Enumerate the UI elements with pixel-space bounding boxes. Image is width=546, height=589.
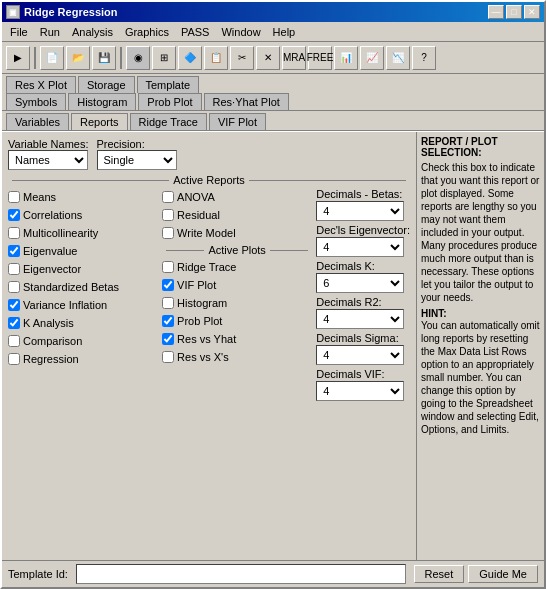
cb-correlations-label: Correlations [23, 209, 82, 221]
cb-vif-plot-input[interactable] [162, 279, 174, 291]
tab-row-1: Res X Plot Storage Template [2, 74, 544, 93]
dec-eigenvector-select[interactable]: 4012356 [316, 237, 404, 257]
menu-run[interactable]: Run [34, 24, 66, 40]
reset-button[interactable]: Reset [414, 565, 465, 583]
tb-btn-9[interactable]: 📊 [334, 46, 358, 70]
tb-btn-7[interactable]: MRA [282, 46, 306, 70]
menu-analysis[interactable]: Analysis [66, 24, 119, 40]
tb-btn-6[interactable]: ✕ [256, 46, 280, 70]
guide-me-button[interactable]: Guide Me [468, 565, 538, 583]
tab-symbols[interactable]: Symbols [6, 93, 66, 110]
cb-write-model: Write Model [162, 224, 312, 242]
dec-k-select[interactable]: 6012345 [316, 273, 404, 293]
tb-btn-5[interactable]: ✂ [230, 46, 254, 70]
dec-vif-select[interactable]: 4012356 [316, 381, 404, 401]
active-plots-header: Active Plots [162, 244, 312, 256]
tab-prob-plot[interactable]: Prob Plot [138, 93, 201, 110]
dec-r2-select[interactable]: 4012356 [316, 309, 404, 329]
maximize-button[interactable]: □ [506, 5, 522, 19]
tab-res-x-plot[interactable]: Res X Plot [6, 76, 76, 93]
tb-btn-1[interactable]: ◉ [126, 46, 150, 70]
dec-r2-row: Decimals R2: 4012356 [316, 296, 410, 329]
cb-anova-label: ANOVA [177, 191, 215, 203]
dec-betas-select[interactable]: 4012356 [316, 201, 404, 221]
new-button[interactable]: 📄 [40, 46, 64, 70]
tab-ridge-trace[interactable]: Ridge Trace [130, 113, 207, 130]
cb-ridge-trace-input[interactable] [162, 261, 174, 273]
cb-k-analysis-input[interactable] [8, 317, 20, 329]
tab-res-yhat-plot[interactable]: Res∙Yhat Plot [204, 93, 289, 110]
cb-comparison-label: Comparison [23, 335, 82, 347]
menu-window[interactable]: Window [215, 24, 266, 40]
cb-means: Means [8, 188, 158, 206]
tab-template[interactable]: Template [137, 76, 200, 93]
cb-regression-label: Regression [23, 353, 79, 365]
menu-help[interactable]: Help [267, 24, 302, 40]
save-button[interactable]: 💾 [92, 46, 116, 70]
reports-col-right: ANOVA Residual Write Model Active Plots [162, 188, 312, 401]
cb-write-model-input[interactable] [162, 227, 174, 239]
tb-btn-10[interactable]: 📈 [360, 46, 384, 70]
dec-eigenvector-label: Dec'ls Eigenvector: [316, 224, 410, 236]
cb-means-input[interactable] [8, 191, 20, 203]
dec-vif-row: Decimals VIF: 4012356 [316, 368, 410, 401]
main-content: Variable Names: Names Labels Precision: … [2, 132, 544, 560]
cb-multicollinearity-input[interactable] [8, 227, 20, 239]
menu-graphics[interactable]: Graphics [119, 24, 175, 40]
cb-eigenvalue: Eigenvalue [8, 242, 158, 260]
cb-correlations: Correlations [8, 206, 158, 224]
tab-reports[interactable]: Reports [71, 113, 128, 130]
tab-storage[interactable]: Storage [78, 76, 135, 93]
cb-correlations-input[interactable] [8, 209, 20, 221]
cb-prob-plot-label: Prob Plot [177, 315, 222, 327]
open-button[interactable]: 📂 [66, 46, 90, 70]
active-reports-header: Active Reports [8, 174, 410, 186]
cb-res-vs-yhat: Res vs Yhat [162, 330, 312, 348]
tb-btn-3[interactable]: 🔷 [178, 46, 202, 70]
tb-btn-8[interactable]: FREE [308, 46, 332, 70]
cb-means-label: Means [23, 191, 56, 203]
cb-var-inflation-input[interactable] [8, 299, 20, 311]
bottom-bar: Template Id: Reset Guide Me [2, 560, 544, 587]
cb-res-vs-xs-input[interactable] [162, 351, 174, 363]
menu-pass[interactable]: PASS [175, 24, 216, 40]
cb-variance-inflation: Variance Inflation [8, 296, 158, 314]
cb-k-analysis: K Analysis [8, 314, 158, 332]
precision-select[interactable]: Single Double [97, 150, 177, 170]
cb-residual-input[interactable] [162, 209, 174, 221]
tab-histogram[interactable]: Histogram [68, 93, 136, 110]
dec-sigma-select[interactable]: 4012356 [316, 345, 404, 365]
cb-ridge-trace: Ridge Trace [162, 258, 312, 276]
cb-std-betas-input[interactable] [8, 281, 20, 293]
cb-vif-plot: VIF Plot [162, 276, 312, 294]
cb-regression-input[interactable] [8, 353, 20, 365]
cb-anova-input[interactable] [162, 191, 174, 203]
menu-file[interactable]: File [4, 24, 34, 40]
tb-btn-2[interactable]: ⊞ [152, 46, 176, 70]
template-label: Template Id: [8, 568, 68, 580]
cb-comparison: Comparison [8, 332, 158, 350]
tb-btn-11[interactable]: 📉 [386, 46, 410, 70]
variable-names-select[interactable]: Names Labels [8, 150, 88, 170]
tb-btn-4[interactable]: 📋 [204, 46, 228, 70]
toolbar-separator-1 [34, 47, 36, 69]
left-panel: Variable Names: Names Labels Precision: … [2, 132, 416, 560]
cb-res-vs-yhat-input[interactable] [162, 333, 174, 345]
window-icon: ▣ [6, 5, 20, 19]
play-button[interactable]: ▶ [6, 46, 30, 70]
cb-comparison-input[interactable] [8, 335, 20, 347]
minimize-button[interactable]: — [488, 5, 504, 19]
template-input[interactable] [76, 564, 406, 584]
cb-prob-plot-input[interactable] [162, 315, 174, 327]
toolbar-separator-2 [120, 47, 122, 69]
tb-btn-12[interactable]: ? [412, 46, 436, 70]
cb-eigenvector-input[interactable] [8, 263, 20, 275]
cb-eigenvalue-input[interactable] [8, 245, 20, 257]
close-button[interactable]: ✕ [524, 5, 540, 19]
cb-histogram-input[interactable] [162, 297, 174, 309]
title-bar: ▣ Ridge Regression — □ ✕ [2, 2, 544, 22]
tab-variables[interactable]: Variables [6, 113, 69, 130]
cb-write-model-label: Write Model [177, 227, 235, 239]
tab-vif-plot[interactable]: VIF Plot [209, 113, 266, 130]
form-top-row: Variable Names: Names Labels Precision: … [8, 138, 410, 170]
